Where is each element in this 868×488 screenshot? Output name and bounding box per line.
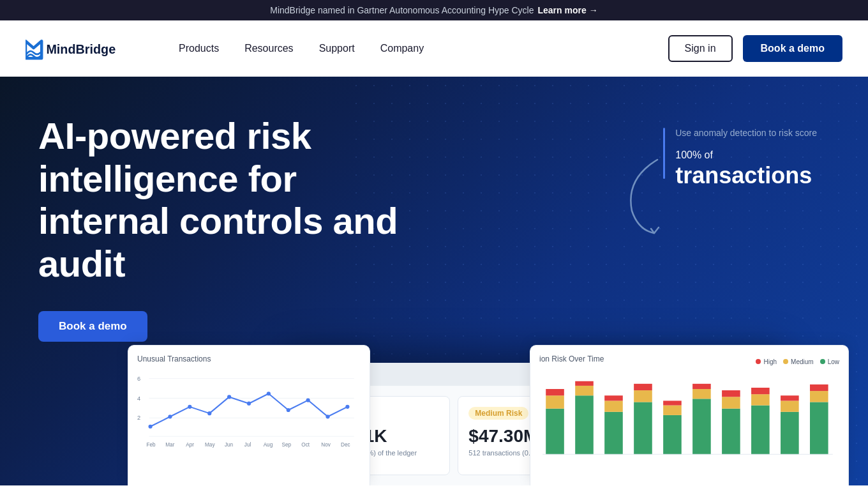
stat-text: Use anomaly detection to risk score 100%… (675, 128, 817, 188)
curve-arrow-decoration (619, 153, 670, 239)
nav-company[interactable]: Company (380, 43, 424, 54)
bar-chart-svg (539, 374, 839, 463)
svg-text:Oct: Oct (301, 442, 310, 448)
risk-time-chart-title: ion Risk Over Time (539, 355, 604, 363)
announcement-bar: MindBridge named in Gartner Autonomous A… (0, 0, 868, 20)
svg-rect-42 (634, 384, 652, 390)
nav-resources[interactable]: Resources (244, 43, 293, 54)
svg-rect-55 (781, 412, 799, 454)
svg-text:Feb: Feb (146, 442, 156, 448)
svg-point-10 (168, 415, 172, 418)
svg-rect-45 (663, 400, 682, 405)
svg-rect-51 (722, 390, 740, 397)
svg-rect-33 (546, 389, 564, 395)
hero-title: AI-powered risk intelligence for interna… (38, 115, 485, 286)
svg-rect-38 (604, 400, 623, 411)
svg-rect-54 (751, 388, 770, 394)
svg-rect-34 (575, 395, 594, 454)
svg-text:Nov: Nov (321, 442, 331, 448)
svg-rect-58 (810, 402, 828, 454)
legend-medium-dot (783, 359, 788, 364)
chart-legend: High Medium Low (756, 358, 839, 365)
svg-text:4: 4 (137, 395, 140, 402)
hero-section: AI-powered risk intelligence for interna… (0, 77, 868, 485)
legend-high: High (756, 358, 777, 365)
nav-support[interactable]: Support (319, 43, 355, 54)
svg-rect-52 (751, 406, 770, 455)
svg-text:Jun: Jun (225, 442, 234, 448)
svg-point-13 (227, 395, 231, 399)
svg-point-18 (326, 415, 329, 418)
svg-rect-44 (663, 406, 682, 415)
nav-book-demo-button[interactable]: Book a demo (743, 35, 842, 62)
svg-point-12 (207, 411, 211, 415)
risk-over-time-chart: ion Risk Over Time High Medium Low (530, 345, 849, 485)
svg-text:Jul: Jul (244, 442, 251, 448)
legend-high-dot (756, 359, 761, 364)
svg-rect-31 (546, 409, 564, 455)
svg-rect-53 (751, 394, 770, 405)
svg-rect-56 (781, 400, 799, 411)
svg-rect-48 (692, 384, 711, 389)
svg-rect-39 (604, 395, 623, 400)
svg-rect-32 (546, 395, 564, 408)
svg-point-15 (267, 392, 271, 395)
legend-low-label: Low (828, 358, 839, 365)
announcement-text: MindBridge named in Gartner Autonomous A… (270, 5, 534, 15)
svg-text:May: May (205, 442, 215, 448)
svg-rect-60 (810, 385, 828, 391)
svg-text:Mar: Mar (165, 442, 174, 448)
svg-rect-43 (663, 415, 682, 454)
svg-text:Dec: Dec (341, 442, 350, 448)
svg-point-19 (345, 405, 349, 409)
svg-text:MindBridge: MindBridge (46, 42, 116, 56)
unusual-chart-title: Unusual Transactions (137, 355, 361, 363)
svg-point-14 (247, 402, 251, 406)
svg-point-11 (188, 405, 191, 409)
svg-point-9 (149, 425, 153, 429)
legend-medium-label: Medium (791, 358, 814, 365)
mindbridge-logo: MindBridge (26, 33, 140, 64)
svg-rect-40 (634, 402, 652, 454)
svg-point-16 (287, 408, 290, 412)
legend-medium: Medium (783, 358, 814, 365)
hero-book-demo-button[interactable]: Book a demo (38, 311, 147, 342)
svg-text:2: 2 (137, 415, 140, 421)
svg-rect-35 (575, 386, 594, 395)
stat-label: Use anomaly detection to risk score (675, 128, 817, 138)
legend-high-label: High (763, 358, 777, 365)
svg-rect-46 (692, 399, 711, 454)
svg-text:Sep: Sep (281, 442, 291, 448)
svg-text:Aug: Aug (264, 442, 273, 448)
svg-rect-47 (692, 389, 711, 399)
svg-text:Apr: Apr (186, 442, 194, 448)
svg-rect-57 (781, 395, 799, 400)
nav-links: Products Resources Support Company (179, 43, 668, 54)
svg-rect-37 (604, 412, 623, 454)
medium-risk-badge: Medium Risk (468, 407, 528, 420)
line-chart-svg: 6 4 2 Feb Mar Apr May (137, 369, 361, 452)
stat-callout: Use anomaly detection to risk score 100%… (663, 128, 817, 188)
svg-rect-36 (575, 381, 594, 386)
logo-link[interactable]: MindBridge (26, 33, 140, 64)
announcement-cta[interactable]: Learn more → (537, 5, 597, 15)
nav-products[interactable]: Products (179, 43, 219, 54)
svg-rect-49 (722, 409, 740, 455)
legend-low-dot (820, 359, 825, 364)
navbar: MindBridge Products Resources Support Co… (0, 20, 868, 77)
hero-content: AI-powered risk intelligence for interna… (38, 115, 485, 342)
svg-rect-41 (634, 390, 652, 402)
chart-header: ion Risk Over Time High Medium Low (539, 355, 839, 369)
sign-in-button[interactable]: Sign in (668, 35, 733, 62)
unusual-transactions-chart: Unusual Transactions 6 4 2 (128, 345, 370, 485)
legend-low: Low (820, 358, 839, 365)
svg-rect-50 (722, 397, 740, 408)
svg-point-17 (306, 398, 310, 402)
nav-actions: Sign in Book a demo (668, 35, 842, 62)
svg-rect-59 (810, 391, 828, 402)
svg-text:6: 6 (137, 376, 140, 382)
stat-value: 100% oftransactions (675, 141, 817, 188)
